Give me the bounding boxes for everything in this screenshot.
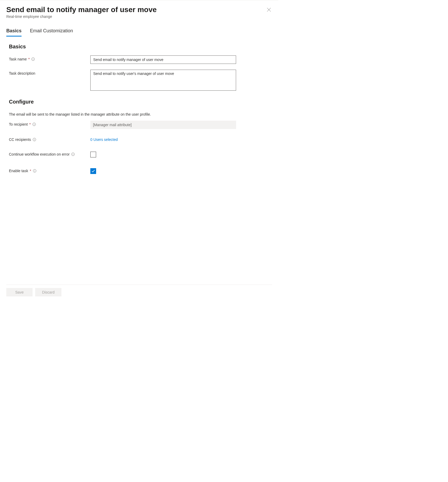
enable-task-label-text: Enable task bbox=[9, 169, 28, 173]
cc-recipients-label-text: CC recipients bbox=[9, 137, 31, 142]
to-recipient-label: To recipient * bbox=[9, 121, 90, 126]
basics-heading: Basics bbox=[9, 44, 272, 50]
svg-point-13 bbox=[73, 153, 73, 154]
panel-title: Send email to notify manager of user mov… bbox=[6, 6, 272, 14]
tab-bar: Basics Email Customization bbox=[6, 28, 272, 36]
svg-point-10 bbox=[34, 139, 35, 139]
svg-point-4 bbox=[33, 58, 33, 59]
required-asterisk: * bbox=[29, 122, 31, 126]
task-description-input[interactable]: Send email to notify user's manager of u… bbox=[90, 70, 236, 91]
continue-on-error-checkbox[interactable] bbox=[90, 152, 96, 157]
to-recipient-field: [Manager mail attribute] bbox=[90, 121, 236, 129]
info-icon[interactable] bbox=[32, 122, 36, 126]
task-description-label-text: Task description bbox=[9, 71, 35, 75]
continue-on-error-label: Continue workflow execution on error bbox=[9, 152, 90, 156]
info-icon[interactable] bbox=[33, 169, 37, 173]
info-icon[interactable] bbox=[33, 138, 36, 141]
required-asterisk: * bbox=[28, 57, 30, 61]
panel-subtitle: Real-time employee change bbox=[6, 14, 272, 19]
close-icon bbox=[267, 8, 271, 12]
cc-recipients-link[interactable]: 0 Users selected bbox=[90, 136, 118, 142]
tab-basics[interactable]: Basics bbox=[6, 28, 22, 36]
task-name-input[interactable] bbox=[90, 55, 236, 64]
to-recipient-label-text: To recipient bbox=[9, 122, 28, 126]
cc-recipients-label: CC recipients bbox=[9, 136, 90, 142]
tab-email-customization[interactable]: Email Customization bbox=[30, 28, 73, 36]
configure-helper-text: The email will be sent to the manager li… bbox=[9, 112, 272, 116]
required-asterisk: * bbox=[30, 169, 31, 173]
save-button[interactable]: Save bbox=[6, 288, 33, 296]
enable-task-checkbox[interactable] bbox=[90, 168, 96, 174]
enable-task-label: Enable task * bbox=[9, 168, 90, 173]
task-description-label: Task description bbox=[9, 70, 90, 75]
continue-on-error-label-text: Continue workflow execution on error bbox=[9, 152, 70, 156]
svg-point-16 bbox=[34, 170, 35, 170]
task-name-label-text: Task name bbox=[9, 57, 27, 61]
discard-button[interactable]: Discard bbox=[35, 288, 61, 296]
close-button[interactable] bbox=[266, 7, 272, 12]
info-icon[interactable] bbox=[31, 57, 35, 61]
configure-heading: Configure bbox=[9, 99, 272, 105]
footer-bar: Save Discard bbox=[6, 285, 272, 300]
svg-point-7 bbox=[34, 124, 34, 124]
info-icon[interactable] bbox=[71, 152, 75, 156]
task-name-label: Task name * bbox=[9, 55, 90, 61]
